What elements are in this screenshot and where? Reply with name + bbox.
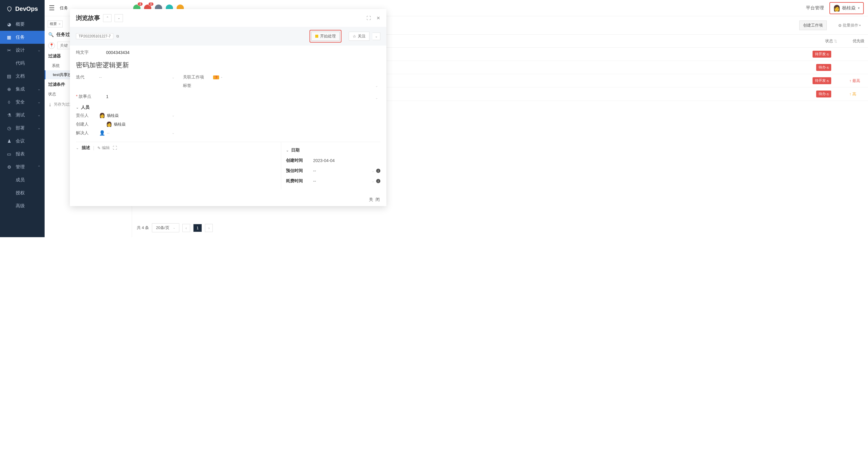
sidebar-item-flask[interactable]: ⚗测试⌄ bbox=[0, 109, 44, 121]
page-size-select[interactable]: 20条/页 ⌄ bbox=[152, 223, 179, 232]
sidebar-sub-item[interactable]: 授权 bbox=[0, 187, 44, 199]
est-time-row[interactable]: 预估时间 -- ⌄ i bbox=[286, 166, 380, 176]
platform-link[interactable]: 平台管理 bbox=[806, 5, 824, 11]
tag-select[interactable]: ⌄ bbox=[209, 84, 380, 88]
chevron-down-icon: ⌄ bbox=[286, 148, 289, 152]
sidebar-item-integration[interactable]: ⊕集成⌄ bbox=[0, 83, 44, 96]
est-time-value: -- bbox=[313, 168, 372, 173]
hamburger-icon[interactable]: ☰ bbox=[49, 4, 55, 12]
sidebar: DevOps ◕概要▦任务✂设计⌄代码▤文档⊕集成⌄◊安全⌄⚗测试⌄◷部署⌄♟会… bbox=[0, 0, 44, 237]
creator-label: 创建人 bbox=[76, 121, 106, 127]
pagination: 共 4 条 20条/页 ⌄ ‹ 1 › bbox=[132, 219, 868, 237]
main-type-label: 纯文字 bbox=[76, 50, 106, 55]
next-story-button[interactable]: ⌄ bbox=[115, 14, 123, 22]
nav-label: 会议 bbox=[16, 138, 25, 144]
start-processing-button[interactable]: 开始处理 bbox=[311, 32, 340, 41]
page-size-label: 20条/页 bbox=[156, 225, 169, 230]
download-icon: ⭳ bbox=[48, 102, 52, 107]
resolver-value: -- bbox=[107, 131, 110, 135]
dashboard-icon: ◕ bbox=[7, 22, 11, 27]
ticket-id: TP202205101227-7 bbox=[76, 33, 113, 39]
shield-icon: ◊ bbox=[7, 100, 11, 105]
extra-select[interactable]: ⌄ bbox=[183, 94, 380, 102]
fullscreen-icon[interactable]: ⛶ bbox=[367, 16, 371, 21]
prev-story-button[interactable]: ⌃ bbox=[103, 14, 112, 22]
iteration-select[interactable]: -- ⌄ bbox=[99, 75, 177, 80]
panel-chip[interactable]: 概要 × bbox=[48, 21, 63, 27]
people-section-header[interactable]: ⌄ 人员 bbox=[76, 102, 177, 113]
fullscreen-icon[interactable]: ⛶ bbox=[113, 145, 117, 150]
sidebar-item-deploy[interactable]: ◷部署⌄ bbox=[0, 121, 44, 135]
priority-column[interactable]: 优先级 bbox=[841, 35, 868, 47]
priority-value: ↑ 高 bbox=[849, 91, 864, 97]
link-icon: ⎋ bbox=[827, 92, 829, 96]
priority-col-label: 优先级 bbox=[852, 38, 864, 44]
chevron-down-icon: ⌄ bbox=[76, 146, 79, 150]
sidebar-item-shield[interactable]: ◊安全⌄ bbox=[0, 96, 44, 109]
topbar-right: 平台管理 👩 杨桂焱 ▼ bbox=[806, 2, 864, 14]
story-title[interactable]: 密码加密逻辑更新 bbox=[76, 58, 380, 72]
sidebar-item-doc[interactable]: ▤文档 bbox=[0, 70, 44, 83]
status-badge: 待开发 ⎋ bbox=[812, 77, 831, 84]
sidebar-item-code[interactable]: 代码 bbox=[0, 57, 44, 70]
chevron-down-icon: ⌄ bbox=[375, 84, 378, 88]
screen-icon: ▭ bbox=[7, 152, 11, 157]
link-icon: ⎋ bbox=[827, 52, 829, 56]
flask-icon: ⚗ bbox=[7, 113, 11, 118]
next-page-button[interactable]: › bbox=[205, 224, 213, 232]
sidebar-item-design[interactable]: ✂设计⌄ bbox=[0, 44, 44, 57]
nav-label: 任务 bbox=[16, 34, 25, 40]
chevron-down-icon: ⌄ bbox=[172, 113, 175, 117]
date-section-header[interactable]: ⌄ 日期 bbox=[286, 145, 380, 156]
spent-time-row[interactable]: 耗费时间 -- ⌄ i bbox=[286, 176, 380, 186]
sidebar-item-meeting[interactable]: ♟会议 bbox=[0, 135, 44, 147]
sidebar-item-dashboard[interactable]: ◕概要 bbox=[0, 18, 44, 31]
location-icon[interactable]: 📍 bbox=[48, 42, 55, 49]
gear-icon: ⚙ bbox=[838, 23, 842, 28]
main-type-value: 0004343434 bbox=[106, 50, 380, 55]
story-points-value[interactable]: 1 bbox=[106, 94, 177, 99]
assignee-label: 责任人 bbox=[76, 113, 99, 118]
person-icon: 👤 bbox=[99, 130, 105, 136]
sort-icon: ⇅ bbox=[834, 39, 837, 44]
copy-icon[interactable]: ⧉ bbox=[116, 34, 119, 38]
page-1-button[interactable]: 1 bbox=[193, 224, 202, 232]
create-item-button[interactable]: 创建工作项 bbox=[799, 21, 827, 30]
status-badge: 待办 ⎋ bbox=[816, 90, 831, 97]
right-fields: 关联工作项 ❓ - 标签 ⌄ bbox=[183, 75, 380, 91]
top-tab[interactable]: 任务 bbox=[60, 5, 68, 11]
nav-label: 报表 bbox=[16, 151, 25, 157]
brand-text: DevOps bbox=[15, 5, 38, 12]
bulk-actions[interactable]: ⚙ 批量操作 ▾ bbox=[835, 19, 864, 32]
close-button[interactable]: 关 闭 bbox=[369, 197, 380, 202]
close-icon[interactable]: ✕ bbox=[376, 16, 380, 21]
top-tabs: 任务 bbox=[60, 5, 68, 11]
sidebar-sub-item[interactable]: 高级 bbox=[0, 199, 44, 213]
edit-description-button[interactable]: ✎ 编辑 bbox=[97, 145, 110, 150]
chevron-down-icon: ⌄ bbox=[37, 126, 41, 130]
close-icon[interactable]: × bbox=[59, 22, 61, 26]
assignee-select[interactable]: 👩杨桂焱 ⌄ bbox=[99, 113, 177, 118]
sidebar-sub-item[interactable]: 成员 bbox=[0, 173, 44, 187]
iteration-label: 迭代 bbox=[76, 75, 99, 80]
sidebar-item-task[interactable]: ▦任务 bbox=[0, 31, 44, 44]
story-points-label: 故事点 bbox=[76, 94, 106, 99]
desc-section-label: 描述 bbox=[82, 145, 90, 150]
user-menu[interactable]: 👩 杨桂焱 ▼ bbox=[830, 2, 864, 14]
prev-page-button[interactable]: ‹ bbox=[182, 224, 190, 232]
sidebar-item-gear[interactable]: ⚙管理⌃ bbox=[0, 161, 44, 173]
resolver-select[interactable]: 👤-- ⌄ bbox=[99, 130, 177, 136]
tag-label: 标签 bbox=[183, 83, 209, 88]
start-label: 开始处理 bbox=[320, 33, 336, 39]
follow-dropdown[interactable]: ⌄ bbox=[373, 33, 380, 40]
brand-logo[interactable]: DevOps bbox=[0, 0, 44, 18]
pencil-icon: ✎ bbox=[97, 146, 101, 150]
nav-label: 安全 bbox=[16, 99, 25, 105]
status-column[interactable]: 状态 ⇅ bbox=[822, 35, 841, 47]
info-icon[interactable]: i bbox=[376, 169, 380, 173]
info-icon[interactable]: i bbox=[376, 179, 380, 183]
creator-value: 杨桂焱 bbox=[114, 121, 126, 127]
sidebar-item-screen[interactable]: ▭报表 bbox=[0, 147, 44, 161]
chevron-down-icon: ⌄ bbox=[375, 96, 378, 100]
follow-button[interactable]: ☆ 关注 bbox=[349, 32, 370, 41]
